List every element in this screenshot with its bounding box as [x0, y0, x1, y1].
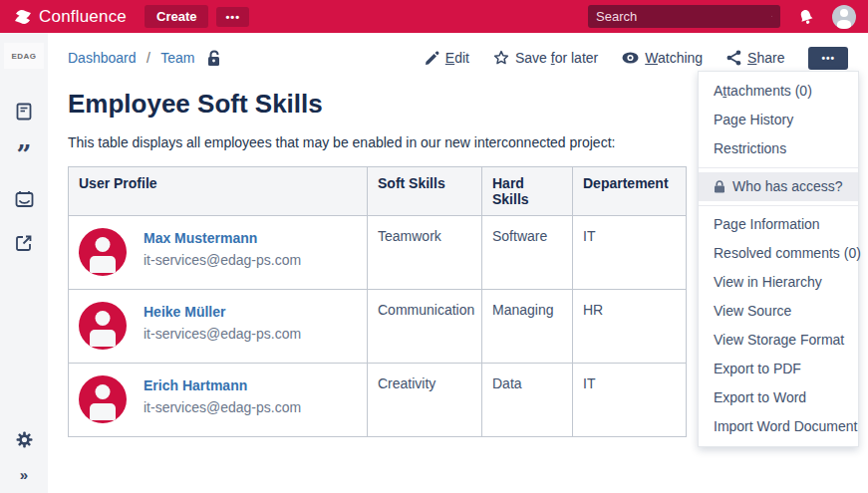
page-actions: Edit Save for later Watching: [425, 47, 848, 70]
topbar-more-button[interactable]: •••: [216, 7, 249, 27]
menu-item-export-to-word[interactable]: Export to Word: [699, 383, 858, 412]
menu-item-view-in-hierarchy[interactable]: View in Hierarchy: [699, 268, 858, 297]
search-input[interactable]: [596, 9, 771, 24]
breadcrumb-team-link[interactable]: Team: [160, 50, 194, 66]
menu-item-resolved-comments[interactable]: Resolved comments (0): [699, 239, 858, 268]
profile-avatar[interactable]: [79, 228, 127, 276]
watching-button[interactable]: Watching: [622, 50, 703, 66]
search-box[interactable]: [588, 5, 780, 28]
page-tools-dropdown-menu: Attachments (0) Page History Restriction…: [698, 71, 859, 447]
menu-item-view-source[interactable]: View Source: [699, 297, 858, 326]
col-header-user-profile: User Profile: [69, 167, 368, 216]
expand-sidebar-chevrons[interactable]: »: [20, 466, 28, 483]
menu-item-view-storage-format[interactable]: View Storage Format: [699, 326, 858, 355]
hard-skill-cell: Software: [482, 216, 573, 290]
employee-table: User Profile Soft Skills Hard Skills Dep…: [68, 166, 687, 437]
calendar-icon[interactable]: [15, 190, 34, 208]
menu-divider: [699, 205, 858, 206]
avatar-person-icon: [840, 9, 848, 17]
departement-cell: IT: [573, 364, 687, 437]
hard-skill-cell: Managing: [482, 290, 573, 364]
profile-email: it-services@edag-ps.com: [144, 252, 301, 268]
soft-skill-cell: Teamwork: [368, 216, 482, 290]
breadcrumb-dashboard-link[interactable]: Dashboard: [68, 50, 137, 66]
menu-item-attachments[interactable]: Attachments (0): [699, 77, 858, 106]
menu-item-page-information[interactable]: Page Information: [699, 210, 858, 239]
departement-cell: HR: [573, 290, 687, 364]
shortcuts-external-link-icon[interactable]: [15, 234, 33, 252]
page-more-actions-button[interactable]: •••: [808, 47, 848, 70]
star-icon: [493, 50, 509, 66]
eye-icon: [622, 51, 639, 65]
breadcrumb-separator: /: [146, 50, 150, 66]
col-header-departement: Departement: [573, 167, 687, 216]
confluence-mark-icon: [14, 9, 32, 25]
avatar-person-icon: [96, 311, 111, 326]
unrestricted-unlock-icon[interactable]: [205, 50, 221, 67]
menu-item-who-has-access[interactable]: Who has access?: [699, 172, 858, 201]
blog-quote-icon[interactable]: ”: [17, 146, 32, 164]
save-for-later-button[interactable]: Save for later: [493, 50, 598, 66]
table-row: Erich Hartmann it-services@edag-ps.com C…: [69, 364, 687, 437]
share-icon: [726, 50, 741, 66]
lock-icon: [714, 180, 725, 193]
profile-name-link[interactable]: Erich Hartmann: [144, 377, 301, 393]
breadcrumb: Dashboard / Team Edit: [68, 43, 848, 73]
departement-cell: IT: [573, 216, 687, 290]
table-header-row: User Profile Soft Skills Hard Skills Dep…: [69, 167, 687, 216]
hard-skill-cell: Data: [482, 364, 573, 437]
edag-space-logo[interactable]: EDAG: [4, 43, 44, 69]
soft-skill-cell: Communication: [368, 290, 482, 364]
col-header-soft-skills: Soft Skills: [368, 167, 482, 216]
table-row: Heike Müller it-services@edag-ps.com Com…: [69, 290, 687, 364]
profile-name-link[interactable]: Heike Müller: [144, 304, 301, 320]
top-navigation-bar: Confluence Create •••: [0, 0, 868, 33]
pencil-icon: [425, 51, 439, 66]
soft-skill-cell: Creativity: [368, 364, 482, 437]
edit-button[interactable]: Edit: [425, 50, 469, 66]
create-button[interactable]: Create: [145, 5, 208, 28]
profile-avatar[interactable]: [79, 375, 127, 423]
menu-item-import-word-document[interactable]: Import Word Document: [699, 412, 858, 441]
col-header-hard-skills: Hard Skills: [482, 167, 573, 216]
profile-email: it-services@edag-ps.com: [144, 399, 301, 415]
user-avatar[interactable]: [832, 5, 856, 29]
menu-divider: [699, 167, 858, 168]
table-row: Max Mustermann it-services@edag-ps.com T…: [69, 216, 687, 290]
confluence-logo[interactable]: Confluence: [14, 7, 127, 27]
brand-name: Confluence: [39, 7, 127, 27]
space-sidebar: EDAG ”: [0, 33, 48, 493]
notifications-bell-icon[interactable]: [798, 9, 814, 25]
menu-item-page-history[interactable]: Page History: [699, 106, 858, 134]
space-settings-gear-icon[interactable]: [16, 431, 33, 448]
avatar-person-icon: [96, 237, 111, 252]
menu-item-export-to-pdf[interactable]: Export to PDF: [699, 355, 858, 383]
share-button[interactable]: Share: [726, 50, 784, 66]
search-icon: [771, 10, 772, 23]
menu-item-restrictions[interactable]: Restrictions: [699, 134, 858, 163]
avatar-person-icon: [96, 384, 111, 399]
profile-avatar[interactable]: [79, 302, 127, 350]
pages-icon[interactable]: [15, 103, 33, 121]
profile-name-link[interactable]: Max Mustermann: [144, 230, 301, 246]
profile-email: it-services@edag-ps.com: [144, 326, 301, 342]
